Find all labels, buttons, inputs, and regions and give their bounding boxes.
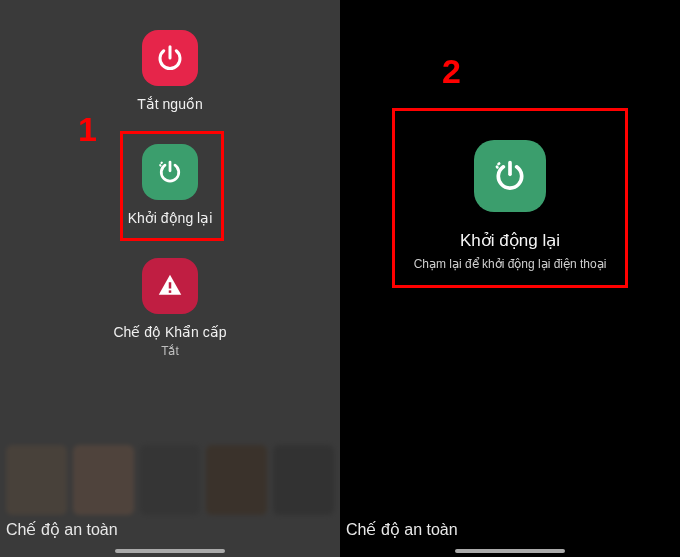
restart-confirm-label: Khởi động lại — [460, 230, 560, 251]
restart-icon — [142, 144, 198, 200]
power-menu: Tắt nguồn Khởi động lại Chế độ Khẩn — [0, 30, 340, 390]
emergency-mode-button[interactable]: Chế độ Khẩn cấp Tắt — [113, 258, 226, 358]
power-off-label: Tắt nguồn — [137, 96, 202, 112]
safe-mode-label: Chế độ an toàn — [346, 520, 458, 539]
power-off-button[interactable]: Tắt nguồn — [137, 30, 202, 112]
step-2-panel: 2 Khởi động lại Chạm lại để khởi động lạ… — [340, 0, 680, 557]
restart-confirm-sublabel: Chạm lại để khởi động lại điện thoại — [414, 257, 607, 271]
emergency-sublabel: Tắt — [161, 344, 179, 358]
restart-button[interactable]: Khởi động lại — [128, 144, 213, 226]
power-off-icon — [142, 30, 198, 86]
svg-rect-1 — [169, 290, 172, 293]
restart-confirm-button[interactable]: Khởi động lại Chạm lại để khởi động lại … — [395, 120, 625, 295]
svg-rect-0 — [169, 282, 172, 288]
step-number-2: 2 — [442, 52, 461, 91]
restart-label: Khởi động lại — [128, 210, 213, 226]
background-apps-blur — [0, 445, 340, 515]
nav-bar-handle[interactable] — [115, 549, 225, 553]
emergency-icon — [142, 258, 198, 314]
restart-icon — [474, 140, 546, 212]
safe-mode-label: Chế độ an toàn — [6, 520, 118, 539]
nav-bar-handle[interactable] — [455, 549, 565, 553]
step-1-panel: 1 Tắt nguồn Khởi động lại — [0, 0, 340, 557]
emergency-label: Chế độ Khẩn cấp — [113, 324, 226, 340]
step-number-1: 1 — [78, 110, 97, 149]
